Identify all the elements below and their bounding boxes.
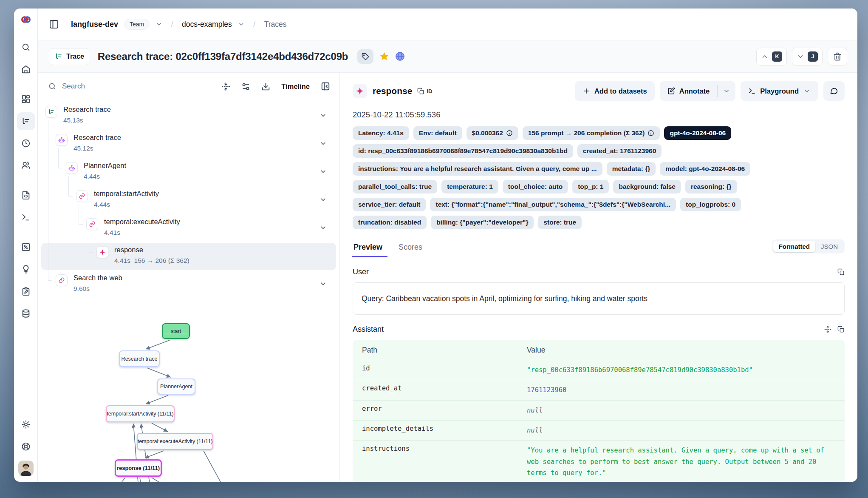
sidebar-item-users[interactable] <box>17 157 35 174</box>
column-value: Value <box>527 346 845 355</box>
tree-row-planneragent[interactable]: PlannerAgent4.44s <box>41 159 336 186</box>
sidebar-item-sessions[interactable] <box>17 134 35 152</box>
bookmark-star-icon[interactable] <box>379 51 389 61</box>
tag-button[interactable] <box>357 49 373 64</box>
sidebar-item-evaluation[interactable] <box>17 238 35 256</box>
tree-row-search-the-web[interactable]: Search the web9.60s <box>41 271 336 298</box>
tag-icon <box>362 53 369 60</box>
annotate-button[interactable]: Annotate <box>660 81 718 101</box>
metadata-badge: Env: default <box>413 126 462 140</box>
tab-scores[interactable]: Scores <box>398 240 423 257</box>
shortcut-key-up: K <box>772 51 782 62</box>
format-toggle: Formatted JSON <box>772 239 845 253</box>
org-chevron-icon[interactable] <box>156 21 162 28</box>
copy-id-button[interactable]: ID <box>417 88 432 95</box>
sidebar-item-insights[interactable] <box>17 260 35 278</box>
chevron-down-icon[interactable] <box>319 224 327 231</box>
delete-trace-button[interactable] <box>828 48 847 65</box>
model-badge: gpt-4o-2024-08-06 <box>664 126 731 140</box>
format-formatted[interactable]: Formatted <box>773 241 815 252</box>
generation-icon <box>96 246 108 258</box>
chevron-down-icon[interactable] <box>319 112 327 119</box>
sidebar-item-support[interactable] <box>17 438 35 455</box>
sidebar-toggle-icon[interactable] <box>49 19 59 29</box>
metadata-badge: 156 prompt → 206 completion (Σ 362) <box>523 126 660 140</box>
metadata-badge: text: {"format":{"name":"final_output","… <box>430 198 676 211</box>
format-json[interactable]: JSON <box>815 241 843 252</box>
graph-node-planneragent[interactable]: PlannerAgent <box>157 378 195 395</box>
metadata-badge: temperature: 1 <box>441 180 498 194</box>
add-to-datasets-button[interactable]: Add to datasets <box>575 81 655 101</box>
collapse-panel-icon[interactable] <box>321 82 330 91</box>
metadata-badge: model: gpt-4o-2024-08-06 <box>660 162 750 176</box>
langfuse-logo-icon[interactable] <box>20 14 32 26</box>
sidebar-item-search[interactable] <box>17 38 35 56</box>
graph-node-temporal-executeactivity-11-11-[interactable]: temporal:executeActivity (11/11) <box>137 433 213 450</box>
graph-node-temporal-startactivity-11-11-[interactable]: temporal:startActivity (11/11) <box>106 405 175 422</box>
timeline-toggle[interactable]: Timeline <box>281 83 310 91</box>
chevron-down-icon[interactable] <box>319 196 327 203</box>
table-header: Path Value <box>353 340 845 360</box>
comment-button[interactable] <box>823 81 845 101</box>
tree-row-response[interactable]: response4.41s 156 → 206 (Σ 362) <box>41 243 336 270</box>
table-row-incomplete_details: incomplete_detailsnull <box>353 421 845 441</box>
user-avatar[interactable] <box>18 461 34 476</box>
breadcrumb-section[interactable]: Traces <box>264 20 287 29</box>
sidebar-item-home[interactable] <box>17 60 35 78</box>
trace-icon <box>45 106 57 118</box>
graph-node-response-11-11-[interactable]: response (11/11) <box>115 459 162 477</box>
metadata-badges: Latency: 4.41sEnv: default$0.000362156 p… <box>353 126 845 229</box>
copy-icon[interactable] <box>837 268 845 276</box>
info-icon[interactable] <box>506 130 513 137</box>
annotate-dropdown-chevron[interactable] <box>718 81 735 101</box>
breadcrumb-org[interactable]: langfuse-dev <box>71 20 118 29</box>
info-icon[interactable] <box>647 130 654 137</box>
sidebar-item-datasets[interactable] <box>17 304 35 322</box>
user-heading: User <box>353 267 369 276</box>
trace-type-badge: Trace <box>49 48 90 65</box>
metadata-badge: Latency: 4.41s <box>353 126 409 140</box>
previous-trace-button[interactable]: K <box>756 48 787 65</box>
sidebar-item-annotation[interactable] <box>17 282 35 300</box>
sidebar-item-playground[interactable] <box>17 208 35 226</box>
tree-row-temporal-executeactivity[interactable]: temporal:executeActivity4.41s <box>41 215 336 242</box>
breadcrumb-project[interactable]: docs-examples <box>182 20 232 29</box>
public-globe-icon[interactable] <box>395 51 405 61</box>
chevron-down-icon[interactable] <box>319 280 327 287</box>
chevron-down-icon <box>803 87 811 95</box>
tree-row-research-trace[interactable]: Research trace45.13s <box>41 102 336 130</box>
chevron-down-icon[interactable] <box>319 168 327 175</box>
tree-row-research-trace[interactable]: Research trace45.12s <box>41 131 336 158</box>
trace-header: Trace Research trace: 02c0ff139fa7df3142… <box>38 40 857 73</box>
graph-node-research-trace[interactable]: Research trace <box>119 350 160 367</box>
sidebar-item-dashboard[interactable] <box>17 90 35 108</box>
sidebar-item-tracing[interactable] <box>17 112 35 130</box>
sidebar-item-prompts[interactable] <box>17 186 35 204</box>
link-icon <box>86 218 98 230</box>
sidebar-item-settings[interactable] <box>17 415 35 433</box>
terminal-icon <box>748 87 756 95</box>
chevron-down-icon[interactable] <box>319 140 327 147</box>
observation-title: response <box>373 86 412 96</box>
table-row-created_at: created_at1761123960 <box>353 380 845 400</box>
tree-row-temporal-startactivity[interactable]: temporal:startActivity4.44s <box>41 187 336 214</box>
next-trace-button[interactable]: J <box>792 48 823 65</box>
top-bar: langfuse-dev Team / docs-examples / Trac… <box>38 9 857 40</box>
assistant-json-table: Path Value id"resp_00c633f89186b6970068f… <box>353 340 845 482</box>
expand-icon[interactable] <box>824 326 831 333</box>
detail-header: response ID Add to datasets Annotate <box>353 81 845 101</box>
copy-icon[interactable] <box>837 326 845 333</box>
plus-icon <box>582 87 590 95</box>
annotate-pen-icon <box>667 87 675 95</box>
playground-button[interactable]: Playground <box>741 81 818 101</box>
collapse-all-icon[interactable] <box>221 82 230 91</box>
link-icon <box>76 190 88 202</box>
download-icon[interactable] <box>261 82 270 91</box>
tree-settings-icon[interactable] <box>241 82 250 91</box>
graph-node--start-[interactable]: __start__ <box>162 323 190 339</box>
assistant-section-header: Assistant <box>353 325 845 334</box>
chevron-up-icon <box>761 53 769 60</box>
tab-preview[interactable]: Preview <box>353 240 383 257</box>
search-input[interactable]: Search <box>48 82 210 91</box>
project-chevron-icon[interactable] <box>238 21 245 28</box>
